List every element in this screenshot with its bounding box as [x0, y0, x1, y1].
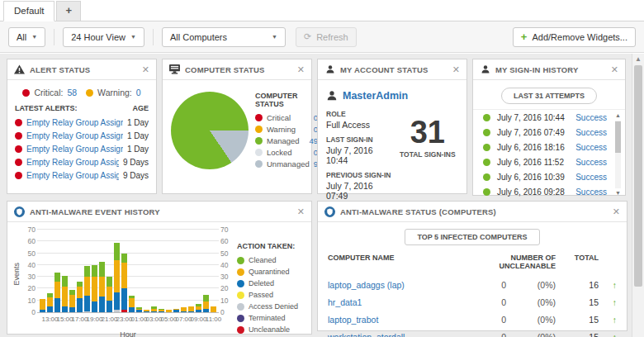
segment-quarantined — [99, 277, 105, 297]
critical-count[interactable]: 58 — [67, 88, 77, 97]
bar-11:00[interactable] — [211, 306, 216, 312]
critical-dot-icon — [15, 159, 22, 166]
alert-link[interactable]: Empty Relay Group Assigned - dir... — [26, 171, 119, 180]
scroll-down-icon[interactable]: ▼ — [613, 189, 623, 197]
trend-up-icon: ↑ — [599, 297, 617, 307]
bar-14:00[interactable] — [54, 273, 60, 312]
segment-deleted — [47, 306, 53, 312]
computer-status-pie-chart[interactable] — [171, 92, 249, 169]
signin-result-link[interactable]: Success — [575, 158, 607, 167]
scroll-up-icon[interactable]: ▲ — [632, 54, 644, 64]
alert-link[interactable]: Empty Relay Group Assigned - CA... — [26, 145, 123, 154]
bar-15:00[interactable] — [62, 276, 68, 312]
bar-00:00[interactable] — [129, 296, 135, 312]
bar-21:00[interactable] — [107, 277, 112, 312]
pie-legend-item: Critical0 — [255, 112, 318, 123]
computer-name-link[interactable]: laptop_adaggs (lap) — [328, 280, 457, 290]
computer-name-link[interactable]: hr_data1 — [328, 297, 457, 307]
page-scrollbar[interactable]: ▲ — [632, 54, 644, 337]
signin-result-link[interactable]: Success — [575, 143, 607, 152]
bar-17:00[interactable] — [77, 282, 83, 312]
bar-01:00[interactable] — [136, 307, 142, 312]
bar-03:00[interactable] — [151, 306, 157, 312]
y-tick: 70 — [220, 225, 228, 234]
warning-count[interactable]: 0 — [136, 88, 141, 97]
add-remove-widgets-button[interactable]: + Add/Remove Widgets... — [513, 27, 636, 47]
signin-date: July 6, 2016 09:28 — [497, 187, 569, 197]
close-icon[interactable]: ✕ — [452, 65, 460, 74]
signin-result-link[interactable]: Success — [575, 187, 607, 197]
signin-list-scrollbar[interactable]: ▲ ▼ — [613, 112, 623, 197]
alert-age: 1 Day — [127, 118, 149, 127]
close-icon[interactable]: ✕ — [613, 207, 620, 216]
warning-dot-icon — [86, 89, 93, 97]
add-tab-button[interactable]: + — [56, 1, 81, 21]
previous-signin-label: PREVIOUS SIGN-IN — [326, 171, 397, 179]
computer-name-link[interactable]: workstation_atordall — [328, 332, 457, 337]
y-tick: 60 — [28, 237, 36, 245]
bar-22:00[interactable] — [114, 243, 120, 312]
col-number-uncleanable[interactable]: NUMBER OF UNCLEANABLE — [457, 254, 556, 270]
close-icon[interactable]: ✕ — [297, 65, 305, 74]
segment-cleaned — [114, 243, 120, 260]
alert-link[interactable]: Empty Relay Group Assigned - 19... — [26, 118, 123, 127]
success-dot-icon — [483, 114, 490, 121]
legend-dot-icon — [255, 126, 263, 133]
signin-result-link[interactable]: Success — [575, 128, 607, 137]
legend-dot-icon — [237, 280, 244, 287]
bar-23:00[interactable] — [121, 254, 127, 312]
col-computer-name[interactable]: COMPUTER NAME — [328, 254, 457, 270]
bar-05:00[interactable] — [166, 310, 172, 312]
scope-dropdown[interactable]: All ▼ — [8, 27, 45, 47]
last-attempts-button[interactable]: LAST 31 ATTEMPTS — [501, 88, 597, 104]
alert-link[interactable]: Empty Relay Group Assigned - dir... — [26, 158, 119, 167]
top-infected-button[interactable]: TOP 5 INFECTED COMPUTERS — [405, 229, 539, 245]
legend-label: Warning — [267, 125, 310, 134]
account-username[interactable]: MasterAdmin — [326, 90, 458, 102]
close-icon[interactable]: ✕ — [611, 65, 618, 74]
bar-13:00[interactable] — [47, 293, 53, 312]
signin-result-link[interactable]: Success — [575, 113, 607, 122]
x-tick-cell: 07:00 — [181, 316, 187, 324]
bar-04:00[interactable] — [159, 309, 164, 312]
bar-20:00[interactable] — [99, 262, 105, 312]
segment-quarantined — [129, 298, 135, 307]
scrollbar-thumb[interactable] — [634, 65, 642, 287]
segment-cleaned — [92, 265, 97, 277]
close-icon[interactable]: ✕ — [297, 207, 305, 216]
alert-list-header: LATEST ALERTS: AGE — [7, 104, 156, 116]
col-total[interactable]: TOTAL — [556, 254, 599, 270]
y-tick: 50 — [220, 249, 228, 258]
bar-02:00[interactable] — [144, 310, 149, 312]
close-icon[interactable]: ✕ — [142, 65, 149, 74]
chart-legend: ACTION TAKEN: CleanedQuarantinedDeletedP… — [235, 230, 306, 337]
scrollbar-thumb[interactable] — [615, 121, 621, 153]
time-range-dropdown[interactable]: 24 Hour View ▼ — [63, 27, 144, 47]
shield-icon — [14, 206, 25, 217]
refresh-button[interactable]: ⟳ Refresh — [296, 27, 357, 47]
signin-row: July 7, 2016 10:44Success — [473, 110, 625, 125]
bar-16:00[interactable] — [69, 290, 75, 312]
bar-09:00[interactable] — [196, 304, 201, 312]
trend-up-icon: ↑ — [599, 332, 617, 337]
bar-07:00[interactable] — [181, 307, 187, 312]
scroll-up-icon[interactable]: ▲ — [613, 112, 623, 120]
gridline — [37, 229, 219, 230]
segment-deleted — [173, 310, 179, 312]
computer-name-link[interactable]: laptop_trabot — [328, 315, 457, 325]
bar-18:00[interactable] — [84, 266, 90, 312]
bar-08:00[interactable] — [188, 306, 194, 312]
computers-dropdown[interactable]: All Computers ▼ — [162, 27, 286, 47]
plus-icon: + — [521, 31, 528, 43]
tab-bar: Default + — [0, 0, 644, 21]
bar-12:00[interactable] — [40, 299, 45, 312]
signin-result-link[interactable]: Success — [575, 173, 607, 182]
alert-link[interactable]: Empty Relay Group Assigned - CA... — [26, 131, 123, 140]
bar-19:00[interactable] — [92, 265, 97, 312]
bar-06:00[interactable] — [173, 309, 179, 312]
widget-computer-status: COMPUTER STATUS ✕ COMPUTER STATUS Critic… — [162, 59, 312, 194]
tab-default[interactable]: Default — [3, 1, 54, 21]
computer-status-header: COMPUTER STATUS ✕ — [163, 59, 311, 80]
bar-10:00[interactable] — [203, 295, 209, 312]
scope-dropdown-label: All — [17, 32, 26, 42]
